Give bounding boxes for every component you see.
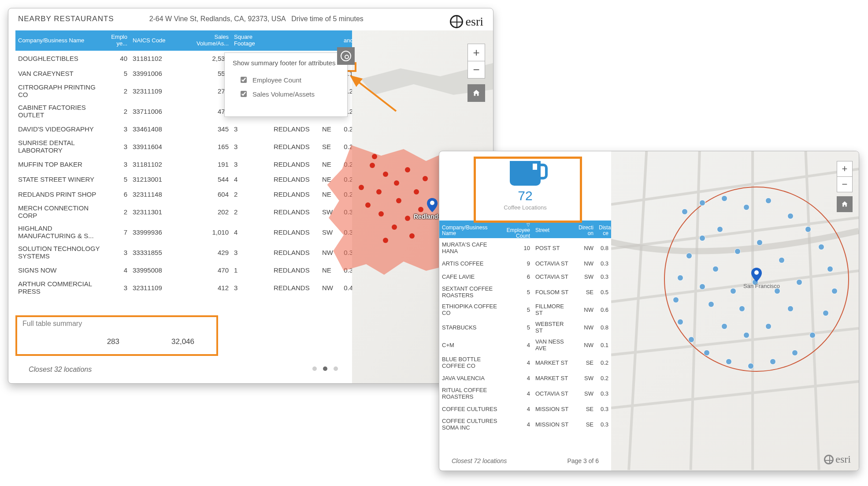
- map-point[interactable]: [378, 211, 384, 217]
- pager-dot-3[interactable]: [334, 366, 338, 371]
- map-point[interactable]: [726, 359, 732, 365]
- zoom-in-button[interactable]: +: [467, 44, 485, 61]
- col-city[interactable]: [271, 39, 319, 42]
- map-point[interactable]: [770, 359, 776, 365]
- table-row[interactable]: SOLUTION TECHNOLOGY SYSTEMS3333318554293…: [15, 242, 352, 262]
- map-point[interactable]: [699, 284, 705, 290]
- map-point[interactable]: [376, 189, 382, 194]
- map-point[interactable]: [365, 202, 371, 208]
- p2-col-emp[interactable]: ▽ Employee Count: [501, 221, 533, 241]
- zoom-out-button[interactable]: −: [837, 176, 853, 192]
- p2-col-dir[interactable]: Directi on: [575, 224, 596, 238]
- map-center-pin[interactable]: [427, 198, 438, 212]
- map-center-pin[interactable]: [751, 268, 762, 282]
- map-point[interactable]: [787, 306, 794, 312]
- map-point[interactable]: [730, 288, 736, 294]
- col-sales[interactable]: Sales Volume/As...: [178, 32, 231, 49]
- map-point[interactable]: [739, 306, 745, 312]
- map-point[interactable]: [805, 226, 811, 232]
- map-point[interactable]: [677, 275, 683, 281]
- map-point[interactable]: [383, 238, 388, 243]
- map-point[interactable]: [809, 332, 816, 338]
- map-point[interactable]: [734, 248, 741, 254]
- zoom-in-button[interactable]: +: [837, 161, 853, 177]
- map-point[interactable]: [372, 154, 377, 159]
- map-point[interactable]: [423, 176, 428, 181]
- pager-dot-1[interactable]: [312, 366, 317, 371]
- map-point[interactable]: [796, 279, 802, 285]
- map-point[interactable]: [818, 244, 824, 250]
- table-row[interactable]: ETHIOPIKA COFFEE CO5FILLMORE STNW0.6: [439, 301, 611, 318]
- map-point[interactable]: [414, 189, 419, 194]
- map-point[interactable]: [405, 167, 410, 172]
- panel2-map[interactable]: San Francisco + − esri: [611, 151, 859, 471]
- col-sqft[interactable]: Square Footage: [231, 32, 271, 49]
- col-employees[interactable]: Emplo ye...: [104, 32, 130, 49]
- map-point[interactable]: [765, 198, 772, 204]
- map-point[interactable]: [396, 198, 401, 203]
- map-point[interactable]: [831, 288, 838, 294]
- settings-gear-button[interactable]: [337, 47, 355, 65]
- col-dir[interactable]: [319, 39, 337, 42]
- table-row[interactable]: HIGHLAND MANUFACTURING & S...7339999361,…: [15, 222, 352, 242]
- pager-dots[interactable]: [312, 366, 338, 371]
- map-point[interactable]: [721, 195, 727, 202]
- table-row[interactable]: CAFE LAVIE6OCTAVIA STSW0.3: [439, 270, 611, 283]
- map-point[interactable]: [682, 209, 688, 215]
- map-point[interactable]: [757, 239, 763, 246]
- map-point[interactable]: [686, 253, 692, 259]
- map-point[interactable]: [370, 163, 375, 168]
- map-point[interactable]: [418, 207, 423, 212]
- table-row[interactable]: SUNRISE DENTAL LABORATORY3339116041653RE…: [15, 136, 352, 157]
- map-point[interactable]: [677, 319, 683, 325]
- map-point[interactable]: [708, 301, 714, 307]
- map-point[interactable]: [743, 332, 749, 338]
- map-point[interactable]: [792, 350, 798, 356]
- settings-opt-sales-volume[interactable]: Sales Volume/Assets: [233, 87, 339, 101]
- table-row[interactable]: MURATA'S CAFE HANA10POST STNW0.8: [439, 239, 611, 257]
- checkbox-employee-count[interactable]: [241, 77, 247, 83]
- table-row[interactable]: REDLANDS PRINT SHOP6323111486042REDLANDS…: [15, 187, 352, 202]
- table-row[interactable]: STARBUCKS5WEBSTER STNW0.8: [439, 318, 611, 336]
- zoom-out-button[interactable]: −: [467, 61, 485, 79]
- table-row[interactable]: JAVA VALENCIA4MARKET STSW0.2: [439, 371, 611, 385]
- table-row[interactable]: DAVID'S VIDEOGRAPHY3334614083453REDLANDS…: [15, 121, 352, 136]
- home-button[interactable]: [837, 196, 853, 212]
- table-row[interactable]: SEXTANT COFFEE ROASTERS5FOLSOM STSE0.5: [439, 283, 611, 301]
- table-row[interactable]: MERCH CONNECTION CORP2323113012022REDLAN…: [15, 202, 352, 222]
- home-button[interactable]: [467, 84, 485, 102]
- table-row[interactable]: MUFFIN TOP BAKER3311811021913REDLANDSNE0…: [15, 157, 352, 172]
- map-point[interactable]: [383, 172, 388, 177]
- table-row[interactable]: RITUAL COFFEE ROASTERS4OCTAVIA STSW0.3: [439, 385, 611, 402]
- settings-opt-employee-count[interactable]: Employee Count: [233, 73, 339, 87]
- map-point[interactable]: [405, 216, 410, 221]
- p2-col-company[interactable]: Company/Business Name: [439, 224, 501, 238]
- table-row[interactable]: C+M4VAN NESS AVENW0.1: [439, 336, 611, 354]
- table-row[interactable]: BLUE BOTTLE COFFEE CO4MARKET STSE0.2: [439, 354, 611, 371]
- map-point[interactable]: [779, 257, 785, 263]
- table-row[interactable]: ARTIS COFFEE9OCTAVIA STNW0.3: [439, 257, 611, 270]
- col-company[interactable]: Company/Business Name: [15, 36, 104, 46]
- p2-col-dist[interactable]: Distan ce: [596, 224, 611, 238]
- map-point[interactable]: [721, 323, 727, 329]
- table-row[interactable]: COFFEE CULTURES SOMA INC4MISSION STSE0.3: [439, 415, 611, 433]
- map-point[interactable]: [409, 233, 415, 239]
- map-point[interactable]: [699, 235, 705, 241]
- pager-dot-2[interactable]: [323, 366, 327, 371]
- p2-col-street[interactable]: Street: [533, 226, 575, 235]
- map-point[interactable]: [765, 323, 772, 329]
- checkbox-sales-volume[interactable]: [241, 91, 247, 97]
- map-point[interactable]: [704, 350, 710, 356]
- map-point[interactable]: [688, 336, 694, 343]
- map-point[interactable]: [392, 224, 397, 230]
- map-point[interactable]: [717, 226, 723, 232]
- map-point[interactable]: [699, 200, 705, 206]
- map-point[interactable]: [394, 180, 399, 186]
- map-point[interactable]: [823, 310, 829, 316]
- table-row[interactable]: SIGNS NOW4339950084701REDLANDSNE0.3: [15, 262, 352, 277]
- map-point[interactable]: [673, 297, 679, 303]
- table-row[interactable]: STATE STREET WINERY5312130015444REDLANDS…: [15, 172, 352, 187]
- map-point[interactable]: [827, 266, 833, 272]
- table-row[interactable]: COFFEE CULTURES4MISSION STSE0.3: [439, 402, 611, 415]
- map-point[interactable]: [748, 363, 754, 369]
